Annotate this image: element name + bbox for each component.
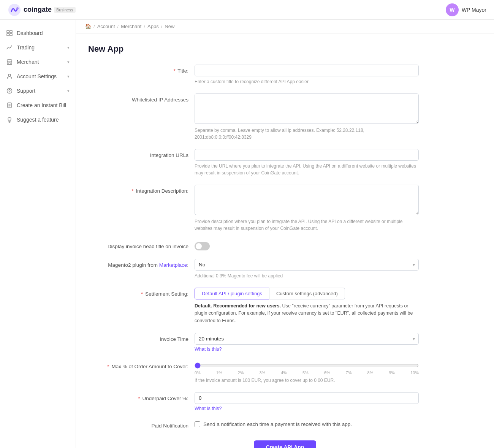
url-hint: Provide the URL where you plan to integr… <box>195 163 419 176</box>
sidebar-item-support[interactable]: Support ▾ <box>0 84 76 98</box>
form-row-settlement: * Settlement Setting: Default API / plug… <box>88 288 482 325</box>
paid-notif-text: Send a notification each time a payment … <box>203 421 352 427</box>
title-input[interactable] <box>195 65 419 76</box>
magento-label: Magento2 plugin from Marketplace: <box>88 259 195 269</box>
max-cover-hint: If the invoice amount is 100 EUR, you ag… <box>195 377 419 384</box>
svg-rect-4 <box>7 33 9 36</box>
required-star: * <box>141 291 143 297</box>
desc-textarea[interactable] <box>195 185 419 215</box>
url-field: Provide the URL where you plan to integr… <box>195 149 419 176</box>
sidebar-item-account-settings[interactable]: Account Settings ▾ <box>0 69 76 84</box>
max-cover-field: 0% 1% 2% 3% 4% 5% 6% 7% 8% 9% 10% <box>195 360 419 384</box>
checkbox-row: Send a notification each time a payment … <box>195 420 419 427</box>
sidebar-item-merchant[interactable]: Merchant ▾ <box>0 55 76 69</box>
form-row-max-cover: * Max % of Order Amount to Cover: 0% 1% … <box>88 360 482 384</box>
home-icon[interactable]: 🏠 <box>85 24 91 29</box>
settlement-btns: Default API / plugin settings Custom set… <box>195 288 419 299</box>
form-row-desc: * Integration Description: Provide descr… <box>88 185 482 232</box>
form-row-invoice-time: Invoice Time 20 minutes 30 minutes 60 mi… <box>88 333 482 352</box>
svg-rect-2 <box>7 30 9 33</box>
slider-label-10: 10% <box>410 370 419 375</box>
required-star: * <box>173 68 175 74</box>
display-toggle[interactable] <box>195 242 210 250</box>
breadcrumb-account[interactable]: Account <box>97 24 115 29</box>
chevron-down-icon: ▾ <box>67 45 70 50</box>
required-star: * <box>131 188 133 194</box>
layout: Dashboard Trading ▾ Merchant ▾ <box>0 20 494 448</box>
title-hint: Enter a custom title to recognize differ… <box>195 78 419 85</box>
create-api-app-button[interactable]: Create API App <box>254 440 317 448</box>
paid-notif-label: Paid Notification <box>88 420 195 430</box>
shop-icon <box>6 59 13 65</box>
form-row-ip: Whitelisted IP Addresses Separate by com… <box>88 93 482 141</box>
chevron-down-icon: ▾ <box>67 89 70 93</box>
doc-icon <box>6 102 13 109</box>
sidebar-item-dashboard-label: Dashboard <box>17 30 43 36</box>
slider-label-8: 8% <box>367 370 373 375</box>
breadcrumb-merchant[interactable]: Merchant <box>121 24 141 29</box>
underpaid-input[interactable] <box>195 392 419 404</box>
sidebar-item-suggest[interactable]: Suggest a feature <box>0 112 76 127</box>
breadcrumb-apps[interactable]: Apps <box>147 24 159 29</box>
sidebar-item-account-settings-label: Account Settings <box>17 73 57 79</box>
sidebar-item-merchant-label: Merchant <box>17 59 39 65</box>
breadcrumb-new: New <box>165 24 174 29</box>
sidebar-item-trading[interactable]: Trading ▾ <box>0 40 76 55</box>
url-label: Integration URLs <box>88 149 195 159</box>
settlement-field: Default API / plugin settings Custom set… <box>195 288 419 325</box>
title-label: * Title: <box>88 65 195 75</box>
ip-textarea[interactable] <box>195 93 419 124</box>
settlement-label: * Settlement Setting: <box>88 288 195 298</box>
page-body: New App * Title: Enter a custom title to… <box>76 33 494 448</box>
grid-icon <box>6 30 13 36</box>
form-row-underpaid: * Underpaid Cover %: What is this? <box>88 392 482 411</box>
desc-label: * Integration Description: <box>88 185 195 195</box>
sidebar: Dashboard Trading ▾ Merchant ▾ <box>0 20 76 448</box>
help-icon <box>6 87 13 94</box>
toggle-wrap <box>195 240 419 250</box>
logo[interactable]: coingate Business <box>8 3 76 17</box>
invoice-time-select[interactable]: 20 minutes 30 minutes 60 minutes <box>195 333 419 345</box>
settlement-btn-custom[interactable]: Custom settings (advanced) <box>269 288 345 299</box>
slider-labels: 0% 1% 2% 3% 4% 5% 6% 7% 8% 9% 10% <box>195 370 419 375</box>
main-content: 🏠 / Account / Merchant / Apps / New New … <box>76 20 494 448</box>
url-input[interactable] <box>195 149 419 161</box>
max-cover-label: * Max % of Order Amount to Cover: <box>88 360 195 370</box>
desc-field: Provide description where you plan to in… <box>195 185 419 232</box>
svg-point-1 <box>16 7 19 9</box>
ip-field: Separate by comma. Leave empty to allow … <box>195 93 419 141</box>
logo-icon <box>8 3 21 17</box>
sidebar-item-dashboard[interactable]: Dashboard <box>0 26 76 40</box>
logo-text: coingate <box>24 6 52 14</box>
invoice-time-what-link[interactable]: What is this? <box>195 347 222 352</box>
svg-rect-6 <box>7 61 12 65</box>
sidebar-item-trading-label: Trading <box>17 44 35 51</box>
underpaid-what-link[interactable]: What is this? <box>195 406 222 411</box>
display-field <box>195 240 419 250</box>
slider-label-6: 6% <box>324 370 330 375</box>
svg-point-8 <box>8 74 11 76</box>
paid-notif-checkbox[interactable] <box>195 421 200 427</box>
magento-field: No Yes ▾ Additional 0.3% Magento fee wil… <box>195 259 419 279</box>
slider-label-4: 4% <box>281 370 287 375</box>
magento-hint: Additional 0.3% Magento fee will be appl… <box>195 272 419 279</box>
sidebar-item-create-bill[interactable]: Create an Instant Bill <box>0 98 76 112</box>
breadcrumb-sep: / <box>144 24 145 29</box>
max-cover-slider[interactable] <box>195 363 419 369</box>
invoice-time-field: 20 minutes 30 minutes 60 minutes ▾ What … <box>195 333 419 352</box>
breadcrumb-sep: / <box>161 24 163 29</box>
desc-hint: Provide description where you plan to in… <box>195 218 419 232</box>
marketplace-link[interactable]: Marketplace <box>159 262 187 268</box>
settlement-btn-default[interactable]: Default API / plugin settings <box>195 288 269 299</box>
svg-rect-7 <box>9 62 10 65</box>
magento-select[interactable]: No Yes <box>195 259 419 271</box>
form-row-display: Display invoice head title on invoice <box>88 240 482 250</box>
create-btn-wrap: Create API App <box>88 440 482 448</box>
slider-label-7: 7% <box>346 370 352 375</box>
breadcrumb-sep: / <box>117 24 119 29</box>
title-field: Enter a custom title to recognize differ… <box>195 65 419 85</box>
topnav: coingate Business W WP Mayor <box>0 0 494 20</box>
breadcrumb-sep: / <box>93 24 95 29</box>
topnav-left: coingate Business <box>8 3 76 17</box>
slider-label-3: 3% <box>259 370 265 375</box>
